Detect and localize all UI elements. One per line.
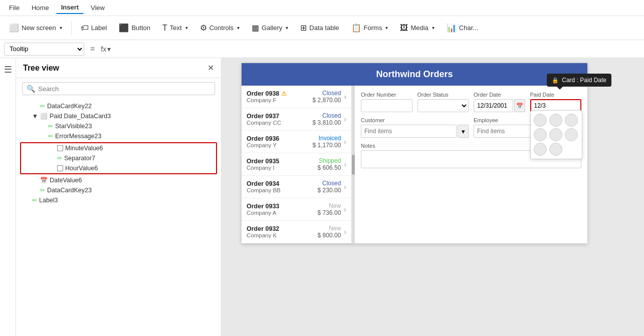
detail-row-1: Order Number Order Status Order Date: [361, 92, 581, 112]
tree-item-separator7[interactable]: ✏ Separator7: [21, 153, 216, 163]
search-icon: 🔍: [27, 85, 35, 93]
order-number-input[interactable]: [361, 99, 412, 112]
menu-home[interactable]: Home: [27, 2, 54, 14]
time-btn-1[interactable]: [534, 114, 547, 127]
tree-item-label3[interactable]: ✏ Label3: [16, 195, 221, 205]
order-item-0932[interactable]: Order 0932 Company K New $ 800.00 ›: [242, 221, 351, 243]
text-button[interactable]: T Text ▾: [157, 21, 193, 35]
card-tooltip: 🔒 Card : Paid Date: [547, 74, 611, 87]
customer-dropdown-button[interactable]: ▾: [458, 125, 469, 138]
order-amount: $ 1,170.00: [313, 142, 341, 149]
order-item-0935[interactable]: Order 0935 Company I Shipped $ 606.50 ›: [242, 153, 351, 176]
search-input[interactable]: [38, 85, 210, 93]
order-info: Order 0932 Company K: [247, 225, 318, 238]
customer-input[interactable]: [361, 125, 457, 138]
data-table-button[interactable]: ⊞ Data table: [295, 21, 344, 35]
field-order-number: Order Number: [361, 92, 412, 112]
order-item-0936[interactable]: Order 0936 Company Y Invoiced $ 1,170.00…: [242, 131, 351, 153]
order-date-input[interactable]: [474, 99, 513, 112]
edit-icon: ✏: [40, 103, 45, 110]
order-date-label: Order Date: [474, 92, 525, 98]
order-company: Company BB: [247, 187, 318, 193]
forms-chevron-icon: ▾: [385, 25, 388, 31]
controls-button[interactable]: ⚙ Controls ▾: [195, 21, 245, 35]
order-company: Company CC: [247, 120, 313, 126]
toolbar-separator-1: [71, 21, 72, 35]
time-btn-2[interactable]: [549, 114, 562, 127]
order-right: New $ 800.00: [318, 225, 341, 239]
tree-close-button[interactable]: ✕: [207, 63, 214, 73]
gallery-icon: ▦: [252, 23, 259, 33]
toggle-sidebar-button[interactable]: ☰: [4, 64, 12, 75]
order-right: Shipped $ 606.50: [318, 157, 341, 171]
tree-item-minutevalue6[interactable]: MinuteValue6: [21, 143, 216, 153]
time-btn-4[interactable]: [534, 128, 547, 141]
time-btn-5[interactable]: [549, 128, 562, 141]
label-button[interactable]: 🏷 Label: [76, 21, 112, 35]
order-chevron-icon: ›: [344, 205, 346, 213]
gallery-button[interactable]: ▦ Gallery ▾: [247, 21, 293, 35]
time-picker-popup: [530, 110, 582, 159]
tree-content: ✏ DataCardKey22 ▼ ⬜ Paid Date_DataCard3 …: [16, 99, 221, 336]
order-item-0934[interactable]: Order 0934 Company BB Closed $ 230.00 ›: [242, 176, 351, 198]
time-btn-3[interactable]: [565, 114, 578, 127]
tree-item-paiddate-datacard[interactable]: ▼ ⬜ Paid Date_DataCard3: [16, 111, 221, 121]
app-header: Northwind Orders: [242, 63, 587, 86]
controls-icon: ⚙: [200, 23, 207, 33]
chart-button[interactable]: 📊 Char...: [442, 21, 483, 35]
calendar-picker-button[interactable]: 📅: [514, 99, 525, 112]
time-btn-8[interactable]: [549, 143, 562, 156]
formula-bar: Tooltip = fx ▾: [0, 40, 644, 58]
menu-view[interactable]: View: [86, 2, 110, 14]
menu-file[interactable]: File: [4, 2, 25, 14]
time-btn-6[interactable]: [565, 128, 578, 141]
tree-item-errormessage23[interactable]: ✏ ErrorMessage23: [16, 131, 221, 141]
order-company: Company A: [247, 210, 318, 216]
paid-date-label: Paid Date: [530, 92, 582, 98]
tree-item-datevalue6[interactable]: 📅 DateValue6: [16, 175, 221, 185]
order-item-0937[interactable]: Order 0937 Company CC Closed $ 3,810.00 …: [242, 108, 351, 131]
edit-icon: ✏: [57, 155, 62, 162]
new-screen-chevron-icon: ▾: [60, 25, 62, 31]
order-info: Order 0933 Company A: [247, 203, 318, 216]
item-label: DataCardKey22: [47, 103, 217, 110]
order-info: Order 0934 Company BB: [247, 180, 318, 193]
order-company: Company F: [247, 97, 313, 103]
main-area: ☰ Tree view ✕ 🔍 ✏ DataCardKey22 ▼ ⬜ Paid…: [0, 58, 644, 336]
new-screen-button[interactable]: ⬜ New screen ▾: [4, 21, 67, 35]
text-chevron-icon: ▾: [185, 25, 188, 31]
order-info: Order 0938 ⚠ Company F: [247, 90, 313, 103]
gallery-chevron-icon: ▾: [286, 25, 288, 31]
forms-button[interactable]: 📋 Forms ▾: [346, 21, 393, 35]
order-chevron-icon: ›: [344, 228, 346, 236]
order-amount: $ 230.00: [318, 187, 341, 194]
button-button[interactable]: ⬛ Button: [114, 21, 155, 35]
warn-icon: ⚠: [281, 90, 287, 97]
order-item-0933[interactable]: Order 0933 Company A New $ 736.00 ›: [242, 198, 351, 221]
new-screen-icon: ⬜: [9, 23, 19, 33]
item-label: StarVisible23: [55, 123, 217, 130]
chart-icon: 📊: [447, 23, 457, 33]
item-label: ErrorMessage23: [55, 133, 217, 140]
time-btn-7[interactable]: [534, 143, 547, 156]
order-info: Order 0936 Company Y: [247, 135, 313, 148]
tree-selected-group: MinuteValue6 ✏ Separator7 HourValue6: [20, 142, 217, 174]
tree-panel: Tree view ✕ 🔍 ✏ DataCardKey22 ▼ ⬜ Paid D…: [16, 58, 222, 336]
item-label: DateValue6: [50, 177, 217, 184]
menu-insert[interactable]: Insert: [56, 2, 84, 14]
scroll-thumb[interactable]: [352, 155, 355, 175]
tree-search-box[interactable]: 🔍: [22, 82, 215, 95]
formula-selector[interactable]: Tooltip: [4, 43, 84, 56]
fx-chevron-icon: ▾: [107, 45, 111, 53]
item-label: Label3: [39, 197, 217, 204]
order-id: Order 0937: [247, 113, 313, 120]
tree-item-datacardkey23[interactable]: ✏ DataCardKey23: [16, 185, 221, 195]
tree-item-starvisible23[interactable]: ✏ StarVisible23: [16, 121, 221, 131]
order-item-0938[interactable]: Order 0938 ⚠ Company F Closed $ 2,870.00…: [242, 86, 351, 108]
tree-item-datacardkey22[interactable]: ✏ DataCardKey22: [16, 101, 221, 111]
media-button[interactable]: 🖼 Media ▾: [395, 21, 439, 35]
tree-item-hourvalue6[interactable]: HourValue6: [21, 163, 216, 173]
order-id: Order 0932: [247, 225, 318, 232]
order-status-select[interactable]: [417, 99, 469, 112]
fx-button[interactable]: fx ▾: [101, 45, 111, 53]
